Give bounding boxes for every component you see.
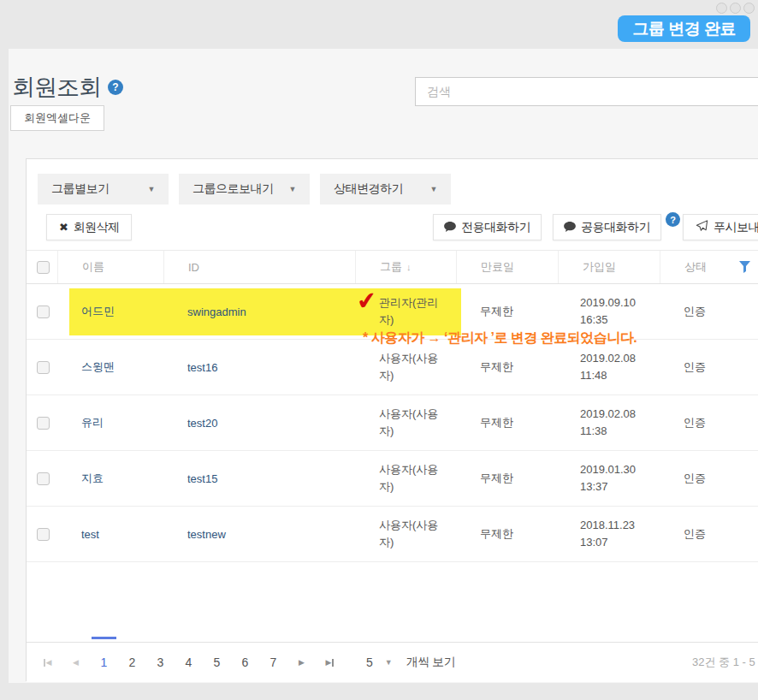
page-size-dropdown[interactable]: 5 ▼: [366, 656, 393, 669]
page-button[interactable]: 5: [203, 643, 231, 682]
pagination: ◀ ◀ 1 2 3 4 5 6 7 ▶ ▶ 5 ▼ 개씩 보기 32건 중 1 …: [27, 642, 758, 682]
chat-bubble-icon: [564, 221, 576, 234]
sort-desc-icon: ↓: [406, 262, 412, 272]
member-id-link[interactable]: test16: [187, 361, 217, 374]
window-dot: [730, 3, 741, 14]
last-page-button[interactable]: ▶: [316, 643, 344, 682]
delete-member-button[interactable]: ✖ 회원삭제: [46, 214, 132, 240]
group-change-annotation: * 사용자가 → ‘관리자 ’로 변경 완료되었습니다.: [363, 329, 637, 347]
expiry-value: 무제한: [480, 526, 513, 542]
table-header: 이름 ID 그룹 ↓ 만료일 가입일 상태: [27, 250, 758, 284]
row-checkbox[interactable]: [37, 417, 50, 430]
joined-date: 2019.09.10: [580, 294, 636, 311]
group-value: 사용자(사용자): [379, 461, 456, 495]
page-button[interactable]: 2: [118, 643, 146, 682]
row-checkbox[interactable]: [37, 306, 50, 318]
dropdown-label: 그룹으로보내기: [192, 181, 274, 197]
dropdown-send-to-group[interactable]: 그룹으로보내기 ▼: [179, 174, 310, 205]
status-value: 인증: [684, 526, 706, 542]
prev-page-button[interactable]: ◀: [62, 643, 90, 682]
help-icon[interactable]: ?: [108, 80, 123, 95]
page-button[interactable]: 6: [231, 643, 259, 682]
send-push-button[interactable]: 푸시보내기: [683, 214, 758, 240]
column-header-expiry[interactable]: 만료일: [456, 251, 558, 283]
member-id-link[interactable]: test15: [187, 472, 217, 485]
table-row: test testnew 사용자(사용자) 무제한 2018.11.23 13:…: [27, 507, 758, 562]
x-icon: ✖: [59, 221, 68, 234]
joined-date: 2019.01.30: [580, 461, 636, 478]
column-header-name[interactable]: 이름: [57, 251, 163, 283]
dropdown-change-status[interactable]: 상태변경하기 ▼: [320, 174, 451, 205]
first-page-button[interactable]: ◀: [33, 643, 62, 682]
first-page-icon: [44, 659, 45, 667]
window-dot: [743, 3, 755, 14]
paper-plane-icon: [696, 220, 708, 234]
column-header-group[interactable]: 그룹 ↓: [355, 251, 456, 283]
row-checkbox[interactable]: [37, 361, 50, 374]
send-push-label: 푸시보내기: [714, 220, 758, 235]
page-button[interactable]: 7: [259, 643, 287, 682]
page-size-label: 개씩 보기: [406, 655, 455, 670]
chevron-down-icon: ▼: [430, 185, 437, 193]
group-value: 사용자(사용자): [379, 406, 456, 440]
status-value: 인증: [684, 359, 706, 375]
row-checkbox[interactable]: [37, 528, 50, 541]
table-row: 스윙맨 test16 사용자(사용자) 무제한 2019.02.08 11:48…: [27, 340, 758, 395]
next-page-button[interactable]: ▶: [287, 643, 316, 682]
expiry-value: 무제한: [480, 415, 513, 430]
page-size-value: 5: [366, 656, 373, 669]
member-name-link[interactable]: 어드민: [81, 304, 115, 319]
column-label: 그룹: [380, 259, 402, 275]
column-label: 만료일: [481, 259, 514, 275]
window-dot: [716, 3, 727, 14]
table-body: 어드민 swingadmin ✔ 관리자(관리자) 무제한 2019.09.10…: [27, 284, 758, 562]
column-header-joined[interactable]: 가입일: [558, 251, 660, 283]
chevron-down-icon: ▼: [148, 185, 155, 193]
column-label: ID: [188, 261, 199, 274]
page-button[interactable]: 1: [90, 643, 118, 682]
group-value: 사용자(사용자): [379, 350, 456, 384]
row-checkbox[interactable]: [37, 472, 50, 485]
private-chat-button[interactable]: 전용대화하기: [433, 214, 542, 240]
member-id-link[interactable]: swingadmin: [187, 306, 246, 318]
search-input[interactable]: [415, 77, 758, 106]
table-row: 유리 test20 사용자(사용자) 무제한 2019.02.08 11:38 …: [27, 395, 758, 451]
expiry-value: 무제한: [480, 304, 513, 319]
result-range-label: 32건 중 1 - 5: [692, 655, 755, 670]
member-name-link[interactable]: test: [81, 528, 99, 541]
excel-download-button[interactable]: 회원엑셀다운: [10, 105, 104, 131]
column-header-id[interactable]: ID: [163, 251, 355, 283]
page-title: 회원조회: [12, 72, 101, 103]
help-icon[interactable]: ?: [666, 212, 680, 227]
public-chat-label: 공용대화하기: [581, 220, 650, 235]
member-id-link[interactable]: testnew: [187, 528, 226, 541]
dropdown-label: 그룹별보기: [51, 181, 110, 197]
joined-date: 2019.02.08: [580, 406, 636, 423]
status-value: 인증: [684, 415, 706, 430]
joined-time: 16:35: [580, 311, 608, 329]
page-button[interactable]: 3: [146, 643, 175, 682]
dropdown-label: 상태변경하기: [334, 181, 403, 197]
expiry-value: 무제한: [480, 359, 513, 375]
member-name-link[interactable]: 지효: [81, 471, 104, 486]
page-button[interactable]: 4: [175, 643, 203, 682]
public-chat-button[interactable]: 공용대화하기: [553, 214, 661, 240]
group-change-complete-toast[interactable]: 그룹 변경 완료: [618, 15, 750, 42]
column-label: 이름: [82, 259, 104, 275]
select-all-checkbox[interactable]: [37, 261, 50, 274]
private-chat-label: 전용대화하기: [461, 220, 530, 235]
member-id-link[interactable]: test20: [187, 417, 217, 430]
filter-icon[interactable]: [739, 261, 750, 276]
member-name-link[interactable]: 유리: [81, 415, 104, 430]
joined-date: 2019.02.08: [580, 350, 636, 367]
joined-time: 11:48: [580, 367, 607, 384]
column-label: 상태: [684, 259, 707, 275]
expiry-value: 무제한: [480, 471, 513, 486]
member-name-link[interactable]: 스윙맨: [81, 359, 115, 375]
member-table-panel: 그룹별보기 ▼ 그룹으로보내기 ▼ 상태변경하기 ▼ ✖ 회원삭제 전용대화하기: [26, 158, 758, 681]
group-value: 관리자(관리자): [379, 294, 456, 329]
dropdown-view-by-group[interactable]: 그룹별보기 ▼: [38, 174, 169, 205]
status-value: 인증: [684, 304, 706, 319]
chevron-down-icon: ▼: [385, 658, 393, 667]
main-panel: 회원조회 ? 회원엑셀다운 그룹별보기 ▼ 그룹으로보내기 ▼ 상태변경하기 ▼…: [9, 49, 758, 683]
